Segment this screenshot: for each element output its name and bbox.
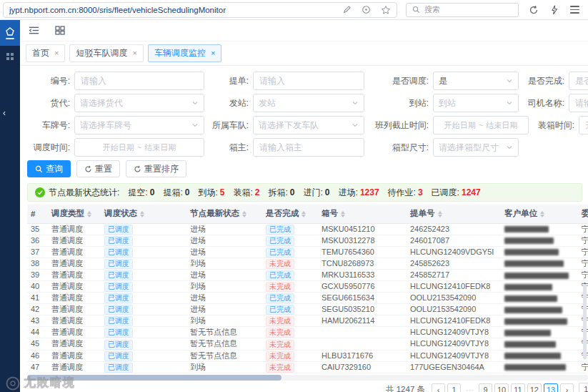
tab-车辆调度监控[interactable]: 车辆调度监控× — [148, 44, 221, 62]
sort-icon[interactable] — [242, 211, 246, 217]
table-row[interactable]: 45普通调度已调度暂无节点信息未完成HLCUNG12409VTJY8宁波 — [27, 338, 588, 350]
sort-icon[interactable] — [302, 211, 306, 217]
page-button-9[interactable]: 9 — [479, 383, 492, 392]
banlie-date-range[interactable]: 开始日期 ~ 结束日期 — [433, 116, 529, 134]
done-status-tag: 未完成 — [266, 316, 294, 326]
browser-search[interactable]: 搜索 — [406, 3, 519, 17]
fazhan-select[interactable]: 发站 — [253, 94, 364, 112]
diaodu-date-range[interactable]: 开始日期 ~ 结束日期 — [74, 138, 204, 157]
reset-sort-button-label: 重置排序 — [144, 163, 179, 175]
page-button-10[interactable]: 10 — [494, 383, 509, 392]
table-row[interactable]: 44普通调度已调度暂无节点信息未完成HLCUNG12409VTJY8宁波 — [27, 327, 588, 338]
column-header-5[interactable]: 箱号 — [316, 205, 404, 223]
cell-bill-no: HLCUNG12409VTJY8 — [404, 338, 499, 350]
table-row[interactable]: 47普通调度已调度到场未完成CAIU7329160177UGEGEN30464A… — [27, 361, 588, 373]
status-item-value: 0 — [150, 187, 155, 197]
status-item-label: 拆箱: — [268, 187, 287, 197]
dashboard-grid-icon[interactable] — [55, 26, 65, 35]
table-row[interactable]: 39普通调度已调度进场已完成MRKU3116533245852717宁波 — [27, 269, 588, 280]
page-button-1[interactable]: 1 — [447, 383, 461, 392]
table-row[interactable]: 46普通调度已调度暂无节点信息未完成HLBU3171676HLCUNG12409… — [27, 350, 588, 361]
tab-短驳车队调度[interactable]: 短驳车队调度× — [69, 44, 143, 62]
more-pages[interactable]: ··· — [463, 383, 477, 392]
filter-label: 货代: — [27, 94, 70, 112]
shifou-wancheng-input[interactable] — [569, 72, 588, 90]
filter-label: 所属车队: — [209, 116, 249, 134]
column-header-7[interactable]: 客户单位 — [499, 205, 576, 223]
column-header-8[interactable]: 委托单位 — [576, 205, 588, 223]
sort-icon[interactable] — [87, 211, 91, 217]
reset-sort-button[interactable]: 重置排序 — [126, 160, 186, 177]
filter-label: 提单: — [209, 72, 249, 90]
flash-icon[interactable] — [550, 5, 559, 15]
next-page-button[interactable]: › — [560, 383, 574, 392]
page-button-11[interactable]: 11 — [511, 383, 524, 392]
shifou-diaodu-select[interactable]: 是 — [433, 72, 519, 90]
page-button-13[interactable]: 13 — [544, 383, 558, 392]
sort-icon[interactable] — [341, 211, 345, 217]
cell-index: 44 — [27, 327, 46, 338]
query-button[interactable]: 查询 — [27, 160, 71, 177]
reader-mode-icon[interactable] — [362, 5, 371, 14]
content-panel: 编号: 提单: 是否调度: 是 是否完成: 货代: 请选择货代 发 — [20, 66, 588, 392]
siji-input[interactable] — [569, 94, 588, 112]
table-row[interactable]: 42普通调度已调度进场已完成SEGU5035210OOLU2153542090宁… — [27, 304, 588, 315]
cell-client — [499, 258, 576, 269]
tidan-input[interactable] — [253, 72, 364, 90]
table-row[interactable]: 37普通调度已调度进场已完成TEMU7654360HLCUNG12409VDGY… — [27, 246, 588, 258]
page-size-select[interactable]: 100 条/页 — [579, 383, 588, 392]
vertical-scrollbar[interactable] — [583, 284, 587, 359]
horizontal-scrollbar[interactable] — [27, 375, 588, 381]
status-item-value: 0 — [185, 187, 190, 197]
app-logo[interactable] — [0, 20, 20, 46]
huodai-select[interactable]: 请选择货代 — [74, 94, 204, 112]
cell-dispatch-type: 普通调度 — [46, 327, 99, 338]
page-button-12[interactable]: 12 — [527, 383, 542, 392]
url-text[interactable]: jypt.nbport.com.cn:8000/sris/fleet/vehic… — [9, 6, 337, 14]
table-row[interactable]: 43普通调度已调度到场未完成HAMU2062114HLCUNG12410FEDK… — [27, 315, 588, 327]
scrollbar-thumb[interactable] — [27, 375, 281, 381]
refresh-icon[interactable] — [529, 5, 539, 15]
tab-首页[interactable]: 首页× — [26, 44, 65, 62]
cell-client — [499, 246, 576, 258]
column-header-3[interactable]: 节点最新状态 — [184, 205, 260, 223]
chedui-select[interactable]: 请选择下发车队 — [253, 116, 364, 134]
menu-icon[interactable] — [570, 6, 579, 14]
bookmark-star-icon[interactable] — [381, 5, 391, 15]
address-bar[interactable]: jypt.nbport.com.cn:8000/sris/fleet/vehic… — [3, 2, 397, 18]
column-header-1[interactable]: 调度类型 — [46, 205, 99, 223]
table-row[interactable]: 35普通调度已调度进场已完成MSKU0451210246252423宁波 — [27, 223, 588, 235]
chepai-select[interactable]: 请选择车牌号 — [74, 116, 204, 134]
sidebar-menu-item[interactable] — [0, 46, 20, 67]
cell-container-no: HLBU3171676 — [316, 350, 404, 361]
bianhao-input[interactable] — [74, 72, 204, 90]
cell-dispatch-type: 普通调度 — [46, 315, 99, 327]
range-separator: ~ — [137, 143, 141, 152]
status-title: 节点最新状态统计: — [49, 187, 119, 199]
sort-icon[interactable] — [140, 211, 144, 217]
chevron-down-icon — [506, 99, 513, 107]
xiangxing-select[interactable]: 请选择箱型尺寸 — [433, 138, 519, 157]
sidebar-collapse-icon[interactable]: ‹ — [0, 104, 9, 122]
zhuangxiang-date-input[interactable] — [579, 116, 588, 134]
menu-fold-icon[interactable] — [29, 26, 39, 35]
sort-icon[interactable] — [540, 211, 544, 217]
tab-close-icon[interactable]: × — [211, 49, 215, 57]
table-row[interactable]: 41普通调度已调度进场已完成SEGU6615634OOLU2153542090宁… — [27, 293, 588, 304]
daozhan-select[interactable]: 到站 — [433, 94, 519, 112]
table-row[interactable]: 36普通调度已调度进场已完成MSKU0312278246017087宁波 — [27, 235, 588, 246]
sort-icon[interactable] — [438, 211, 442, 217]
range-start-placeholder: 开始日期 — [444, 120, 476, 131]
edit-icon[interactable] — [342, 5, 352, 14]
column-header-4[interactable]: 是否完成 — [260, 205, 316, 223]
prev-page-button[interactable]: ‹ — [432, 383, 445, 392]
column-header-2[interactable]: 调度状态 — [99, 205, 184, 223]
tab-close-icon[interactable]: × — [132, 49, 136, 57]
table-row[interactable]: 40普通调度已调度到场未完成GCXU5950776HLCUNG12410FEDK… — [27, 280, 588, 292]
column-header-6[interactable]: 提单号 — [404, 205, 499, 223]
cell-done-status: 已完成 — [260, 235, 316, 246]
reset-button[interactable]: 重置 — [76, 160, 120, 177]
tab-close-icon[interactable]: × — [54, 49, 59, 57]
table-row[interactable]: 38普通调度已调度到场未完成TCNU8268973245852623宁波 — [27, 258, 588, 269]
xiangzhu-input[interactable] — [253, 138, 364, 157]
